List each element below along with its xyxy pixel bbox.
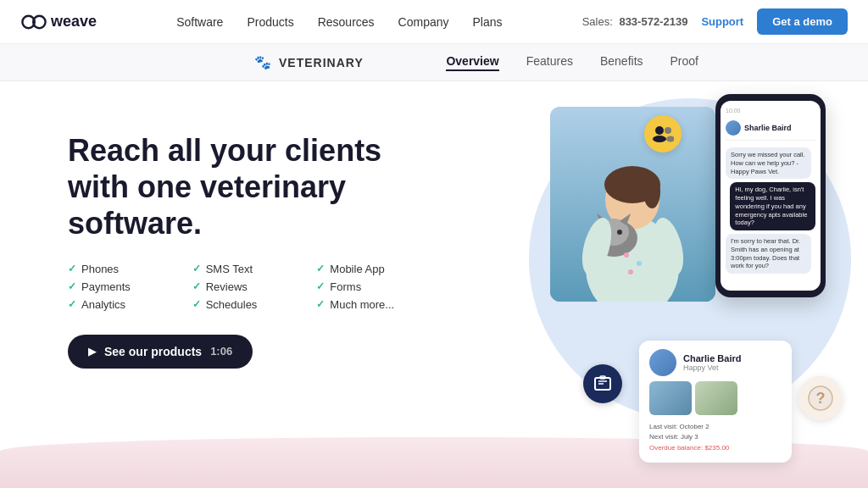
feature-reviews: ✓ Reviews (192, 280, 317, 293)
chat-msg-2: Hi, my dog, Charlie, isn't feeling well.… (730, 182, 815, 230)
nav-products[interactable]: Products (247, 15, 293, 29)
hero-visual: 10:00 Sharlie Baird Sorry we missed your… (441, 81, 868, 488)
nav-resources[interactable]: Resources (318, 15, 375, 29)
hero-section: Reach all your clients with one veterina… (68, 81, 441, 369)
sales-phone: Sales: 833-572-2139 (582, 15, 688, 28)
top-nav: weave Software Products Resources Compan… (0, 0, 868, 44)
svg-point-4 (665, 127, 671, 134)
check-icon: ✓ (192, 280, 201, 292)
vet-icon: 🐾 (254, 54, 272, 70)
phone-screen: 10:00 Sharlie Baird Sorry we missed your… (721, 101, 821, 291)
logo-text: weave (51, 13, 97, 30)
svg-point-10 (643, 175, 660, 208)
subnav-benefits[interactable]: Benefits (600, 54, 643, 71)
feature-forms: ✓ Forms (316, 280, 441, 293)
subnav-proof[interactable]: Proof (670, 54, 698, 71)
phone-mockup: 10:00 Sharlie Baird Sorry we missed your… (715, 94, 826, 297)
patient-sub: Happy Vet (683, 363, 741, 372)
feature-schedules: ✓ Schedules (192, 298, 317, 311)
check-icon: ✓ (192, 298, 201, 310)
svg-point-17 (624, 252, 629, 258)
support-link[interactable]: Support (701, 15, 743, 28)
svg-point-2 (655, 126, 664, 135)
features-list: ✓ Phones ✓ SMS Text ✓ Mobile App ✓ Payme… (68, 263, 441, 311)
subnav-overview[interactable]: Overview (446, 54, 498, 71)
patient-card: Charlie Baird Happy Vet Last visit: Octo… (639, 341, 792, 463)
section-label: VETERINARY (279, 56, 364, 69)
feature-sms: ✓ SMS Text (192, 263, 317, 275)
sub-nav-links: Overview Features Benefits Proof (446, 54, 698, 71)
feature-phones: ✓ Phones (68, 263, 192, 275)
nav-software[interactable]: Software (176, 15, 223, 29)
see-products-button[interactable]: ▶ See our products 1:06 (68, 335, 253, 369)
feature-mobile: ✓ Mobile App (316, 263, 441, 275)
feature-analytics: ✓ Analytics (68, 298, 192, 311)
feature-payments: ✓ Payments (68, 280, 192, 293)
chat-messages: Sorry we missed your call. How can we he… (726, 147, 815, 277)
nav-company[interactable]: Company (398, 15, 449, 29)
patient-name: Charlie Baird (683, 353, 741, 363)
svg-point-16 (617, 230, 622, 235)
nav-plans[interactable]: Plans (473, 15, 503, 29)
check-icon: ✓ (68, 263, 76, 274)
patient-photos (649, 381, 782, 415)
last-visit: Last visit: October 2 (649, 422, 782, 433)
svg-text:?: ? (816, 390, 826, 407)
section-title: 🐾 VETERINARY (254, 54, 364, 70)
people-icon (644, 115, 682, 152)
chat-contact-name: Sharlie Baird (744, 124, 792, 132)
subnav-features[interactable]: Features (526, 54, 573, 71)
chat-msg-1: Sorry we missed your call. How can we he… (726, 147, 811, 179)
feature-more: ✓ Much more... (316, 298, 441, 311)
get-demo-button[interactable]: Get a demo (757, 8, 848, 35)
sub-nav: 🐾 VETERINARY Overview Features Benefits … (0, 44, 868, 81)
nav-right: Sales: 833-572-2139 Support Get a demo (582, 8, 848, 35)
cta-duration: 1:06 (210, 345, 232, 358)
chat-msg-3: I'm sorry to hear that. Dr. Smith has an… (726, 234, 811, 274)
patient-info: Last visit: October 2 Next visit: July 3… (649, 422, 782, 454)
check-icon: ✓ (192, 263, 201, 274)
question-icon: ? (798, 376, 843, 420)
hero-title: Reach all your clients with one veterina… (68, 132, 390, 242)
nav-links: Software Products Resources Company Plan… (176, 15, 502, 29)
main-content: Reach all your clients with one veterina… (0, 81, 868, 488)
svg-point-18 (637, 261, 642, 266)
check-icon: ✓ (68, 280, 76, 292)
patient-photo-1 (649, 381, 692, 415)
overdue-balance: Overdue balance: $235.00 (649, 443, 782, 454)
svg-point-19 (628, 269, 633, 274)
vet-photo (550, 107, 715, 302)
next-visit: Next visit: July 3 (649, 432, 782, 443)
check-icon: ✓ (316, 298, 325, 310)
check-icon: ✓ (68, 298, 76, 310)
play-icon: ▶ (88, 346, 96, 358)
patient-photo-2 (695, 381, 737, 415)
cta-label: See our products (104, 345, 202, 358)
svg-point-3 (653, 136, 666, 142)
check-icon: ✓ (316, 263, 325, 274)
logo[interactable]: weave (20, 13, 97, 30)
svg-point-5 (666, 136, 674, 142)
device-icon (583, 364, 622, 403)
check-icon: ✓ (316, 280, 325, 292)
